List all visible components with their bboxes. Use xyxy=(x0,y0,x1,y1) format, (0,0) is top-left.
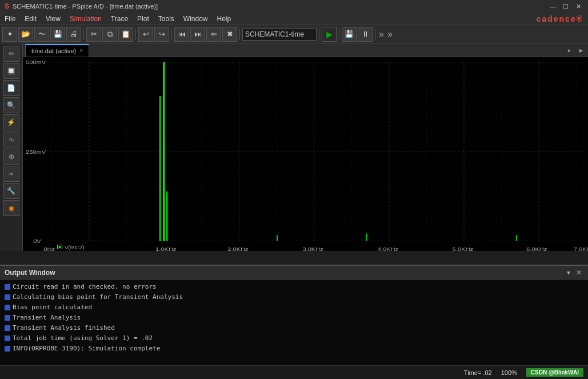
app-title: SCHEMATIC1-time - PSpice A/D - [time.dat… xyxy=(13,3,158,10)
output-icon xyxy=(5,284,10,290)
output-text: Transient Analysis xyxy=(13,313,81,323)
separator-7 xyxy=(375,29,375,40)
status-bar: Time= .02 100% CSDN @BlinkWAI xyxy=(0,365,588,379)
plot-tab-active[interactable]: time.dat (active) × xyxy=(25,44,89,57)
print-button[interactable]: 🖨 xyxy=(66,27,81,42)
tab-scroll-right[interactable]: ▸ xyxy=(574,43,588,57)
svg-rect-43 xyxy=(516,235,517,241)
pause-button[interactable]: ⏸ xyxy=(358,27,373,42)
title-left: S SCHEMATIC1-time - PSpice A/D - [time.d… xyxy=(5,2,158,10)
output-line: Calculating bias point for Transient Ana… xyxy=(5,292,583,302)
output-line: Transient Analysis finished xyxy=(5,323,583,333)
plot-tab-close[interactable]: × xyxy=(79,47,83,54)
svg-rect-40 xyxy=(166,192,167,241)
menu-plot[interactable]: Plot xyxy=(133,13,154,25)
svg-text:0Hz: 0Hz xyxy=(43,246,55,251)
left-tool-8[interactable]: ≈ xyxy=(3,166,19,182)
rewind-button[interactable]: ⏮ xyxy=(174,27,189,42)
run-button[interactable]: ▶ xyxy=(322,27,337,42)
svg-text:250mV: 250mV xyxy=(26,149,46,154)
svg-rect-45 xyxy=(59,246,61,248)
output-close-button[interactable]: ✕ xyxy=(574,269,583,277)
wave-button[interactable]: 〜 xyxy=(34,27,49,42)
undo-button[interactable]: ↩ xyxy=(138,27,153,42)
output-content[interactable]: Circuit read in and checked, no errors C… xyxy=(0,280,588,365)
open-button[interactable]: 📂 xyxy=(18,27,33,42)
tab-more[interactable]: ▾ xyxy=(563,43,574,57)
menu-edit[interactable]: Edit xyxy=(20,13,41,25)
redo-button[interactable]: ↪ xyxy=(154,27,169,42)
overflow-button[interactable]: » xyxy=(386,29,394,39)
more-button[interactable]: » xyxy=(378,29,385,39)
output-title: Output Window xyxy=(5,269,55,277)
zoom-percent: 100% xyxy=(501,369,517,376)
forward-button[interactable]: ⏭ xyxy=(190,27,205,42)
watermark: CSDN @BlinkWAI xyxy=(526,368,583,377)
schematic-name-input[interactable] xyxy=(242,28,317,41)
left-tool-4[interactable]: 🔍 xyxy=(3,97,19,113)
separator-5 xyxy=(319,29,319,40)
output-icon xyxy=(5,305,10,310)
left-tool-2[interactable]: 🔲 xyxy=(3,63,19,79)
output-line: Transient Analysis xyxy=(5,313,583,323)
maximize-button[interactable]: ☐ xyxy=(561,2,571,11)
output-icon xyxy=(5,315,10,321)
output-controls: ▾ ✕ xyxy=(565,269,583,277)
left-tool-5[interactable]: ⚡ xyxy=(3,114,19,130)
menu-simulation[interactable]: Simulation xyxy=(65,13,106,25)
menu-window[interactable]: Window xyxy=(179,13,213,25)
plot-tabs: time.dat (active) × ▸ ▾ xyxy=(23,43,588,57)
title-bar: S SCHEMATIC1-time - PSpice A/D - [time.d… xyxy=(0,0,588,13)
time-value: Time= .02 xyxy=(464,369,492,376)
save2-button[interactable]: 💾 xyxy=(342,27,357,42)
left-tool-3[interactable]: 📄 xyxy=(3,80,19,96)
separator-3 xyxy=(171,29,172,40)
output-text: Circuit read in and checked, no errors xyxy=(13,282,157,292)
svg-rect-38 xyxy=(163,62,164,241)
copy-button[interactable]: ⧉ xyxy=(102,27,117,42)
output-header: Output Window ▾ ✕ xyxy=(0,266,588,280)
output-icon xyxy=(5,294,10,300)
back-button[interactable]: ⇐ xyxy=(206,27,221,42)
separator-2 xyxy=(135,29,136,40)
toolbar: ✦ 📂 〜 💾 🖨 ✂ ⧉ 📋 ↩ ↪ ⏮ ⏭ ⇐ ✖ ▶ 💾 ⏸ » » xyxy=(0,25,588,43)
output-line: Bias point calculated xyxy=(5,302,583,313)
app-icon: S xyxy=(5,2,9,10)
menu-file[interactable]: File xyxy=(0,13,20,25)
left-tool-7[interactable]: ⊕ xyxy=(3,149,19,165)
close-button[interactable]: ✕ xyxy=(573,2,583,11)
save-button[interactable]: 💾 xyxy=(50,27,65,42)
left-tool-6[interactable]: ∿ xyxy=(3,131,19,147)
svg-text:7.0KHz: 7.0KHz xyxy=(574,246,588,251)
paste-button[interactable]: 📋 xyxy=(118,27,133,42)
left-tool-1[interactable]: ✏ xyxy=(3,46,19,62)
output-line: INFO(ORPROBE-3190): Simulation complete xyxy=(5,344,583,354)
left-tool-9[interactable]: 🔧 xyxy=(3,183,19,199)
menu-help[interactable]: Help xyxy=(212,13,235,25)
separator-1 xyxy=(83,29,84,40)
output-icon xyxy=(5,336,10,341)
svg-text:4.0KHz: 4.0KHz xyxy=(378,246,398,251)
menu-view[interactable]: View xyxy=(41,13,65,25)
left-tool-10[interactable]: ◉ xyxy=(3,200,19,216)
separator-6 xyxy=(339,29,339,40)
output-icon xyxy=(5,346,10,352)
minimize-button[interactable]: — xyxy=(548,2,558,11)
svg-text:3.0KHz: 3.0KHz xyxy=(302,246,323,251)
stop-button[interactable]: ✖ xyxy=(222,27,237,42)
plot-container: time.dat (active) × ▸ ▾ xyxy=(23,43,588,251)
title-controls: — ☐ ✕ xyxy=(548,2,583,11)
output-text: Total job time (using Solver 1) = .02 xyxy=(13,333,153,344)
svg-text:5.0KHz: 5.0KHz xyxy=(453,246,473,251)
output-text: Transient Analysis finished xyxy=(13,323,115,333)
new-button[interactable]: ✦ xyxy=(2,27,17,42)
output-icon xyxy=(5,325,10,331)
cut-button[interactable]: ✂ xyxy=(86,27,101,42)
svg-text:V(R1:2): V(R1:2) xyxy=(65,245,85,250)
svg-rect-39 xyxy=(159,96,161,241)
output-line: Total job time (using Solver 1) = .02 xyxy=(5,333,583,344)
output-pin-button[interactable]: ▾ xyxy=(565,269,572,277)
menu-tools[interactable]: Tools xyxy=(154,13,179,25)
svg-text:0V: 0V xyxy=(33,238,41,244)
menu-trace[interactable]: Trace xyxy=(106,13,133,25)
